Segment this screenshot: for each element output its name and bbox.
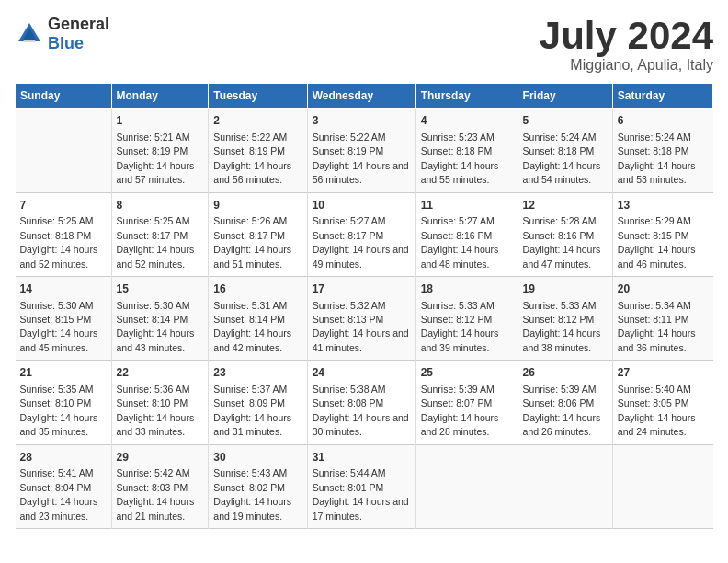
cell-sunrise: Sunrise: 5:29 AM [618, 215, 691, 226]
calendar-cell: 28Sunrise: 5:41 AMSunset: 8:04 PMDayligh… [16, 444, 112, 528]
svg-rect-2 [24, 40, 36, 41]
week-row-2: 7Sunrise: 5:25 AMSunset: 8:18 PMDaylight… [16, 192, 713, 276]
header-cell-sunday: Sunday [16, 84, 112, 109]
day-number: 18 [421, 282, 513, 297]
week-row-1: 1Sunrise: 5:21 AMSunset: 8:19 PMDaylight… [16, 109, 713, 192]
header-cell-saturday: Saturday [612, 84, 712, 109]
header-cell-friday: Friday [518, 84, 612, 109]
cell-sunset: Sunset: 8:16 PM [523, 230, 595, 241]
day-number: 28 [20, 450, 107, 465]
cell-sunrise: Sunrise: 5:36 AM [117, 384, 190, 395]
calendar-cell: 2Sunrise: 5:22 AMSunset: 8:19 PMDaylight… [209, 109, 307, 192]
cell-sunrise: Sunrise: 5:24 AM [618, 132, 691, 143]
cell-sunrise: Sunrise: 5:33 AM [523, 300, 597, 311]
cell-sunrise: Sunrise: 5:34 AM [618, 300, 691, 311]
calendar-cell: 25Sunrise: 5:39 AMSunset: 8:07 PMDayligh… [415, 361, 518, 444]
day-number: 3 [313, 113, 411, 129]
cell-sunset: Sunset: 8:13 PM [313, 314, 384, 325]
day-number: 15 [117, 282, 204, 297]
calendar-cell: 30Sunrise: 5:43 AMSunset: 8:02 PMDayligh… [209, 444, 307, 528]
cell-sunset: Sunset: 8:16 PM [421, 230, 493, 241]
calendar-cell: 5Sunrise: 5:24 AMSunset: 8:18 PMDaylight… [518, 109, 612, 192]
day-number: 30 [213, 450, 301, 465]
cell-daylight: Daylight: 14 hours and 17 minutes. [313, 496, 409, 521]
calendar-cell: 21Sunrise: 5:35 AMSunset: 8:10 PMDayligh… [16, 361, 112, 444]
calendar-cell: 19Sunrise: 5:33 AMSunset: 8:12 PMDayligh… [518, 276, 612, 360]
cell-daylight: Daylight: 14 hours and 45 minutes. [20, 327, 98, 352]
subtitle: Miggiano, Apulia, Italy [540, 57, 713, 74]
calendar-cell: 23Sunrise: 5:37 AMSunset: 8:09 PMDayligh… [209, 361, 307, 444]
cell-sunrise: Sunrise: 5:26 AM [213, 215, 287, 226]
cell-sunset: Sunset: 8:17 PM [313, 230, 384, 241]
day-number: 24 [313, 365, 411, 381]
calendar-cell: 27Sunrise: 5:40 AMSunset: 8:05 PMDayligh… [612, 361, 712, 444]
cell-sunset: Sunset: 8:02 PM [213, 482, 285, 493]
day-number: 17 [313, 282, 411, 297]
cell-daylight: Daylight: 14 hours and 36 minutes. [618, 327, 696, 352]
calendar-cell: 11Sunrise: 5:27 AMSunset: 8:16 PMDayligh… [415, 192, 518, 276]
cell-sunset: Sunset: 8:08 PM [313, 397, 384, 408]
calendar-cell: 8Sunrise: 5:25 AMSunset: 8:17 PMDaylight… [111, 192, 209, 276]
calendar-cell: 18Sunrise: 5:33 AMSunset: 8:12 PMDayligh… [415, 276, 518, 360]
week-row-4: 21Sunrise: 5:35 AMSunset: 8:10 PMDayligh… [16, 361, 713, 444]
cell-daylight: Daylight: 14 hours and 28 minutes. [421, 412, 499, 437]
calendar-cell: 26Sunrise: 5:39 AMSunset: 8:06 PMDayligh… [518, 361, 612, 444]
cell-sunset: Sunset: 8:19 PM [213, 145, 285, 156]
day-number: 21 [20, 365, 107, 381]
header-row: SundayMondayTuesdayWednesdayThursdayFrid… [16, 84, 713, 109]
cell-sunset: Sunset: 8:18 PM [421, 145, 493, 156]
day-number: 12 [523, 198, 608, 213]
week-row-3: 14Sunrise: 5:30 AMSunset: 8:15 PMDayligh… [16, 276, 713, 360]
day-number: 19 [523, 282, 608, 297]
cell-sunrise: Sunrise: 5:25 AM [117, 215, 190, 226]
logo-general: General [48, 15, 109, 33]
cell-sunrise: Sunrise: 5:39 AM [421, 384, 495, 395]
calendar-cell: 6Sunrise: 5:24 AMSunset: 8:18 PMDaylight… [612, 109, 712, 192]
calendar-cell: 4Sunrise: 5:23 AMSunset: 8:18 PMDaylight… [415, 109, 518, 192]
day-number: 8 [117, 198, 204, 213]
day-number: 25 [421, 365, 513, 381]
cell-sunset: Sunset: 8:18 PM [618, 145, 689, 156]
calendar-cell: 31Sunrise: 5:44 AMSunset: 8:01 PMDayligh… [307, 444, 415, 528]
cell-sunrise: Sunrise: 5:22 AM [213, 132, 287, 143]
cell-daylight: Daylight: 14 hours and 48 minutes. [421, 244, 499, 269]
cell-sunrise: Sunrise: 5:40 AM [618, 384, 691, 395]
cell-sunrise: Sunrise: 5:23 AM [421, 132, 495, 143]
day-number: 20 [618, 282, 709, 297]
cell-sunset: Sunset: 8:14 PM [213, 314, 285, 325]
cell-daylight: Daylight: 14 hours and 52 minutes. [117, 244, 195, 269]
cell-daylight: Daylight: 14 hours and 52 minutes. [20, 244, 98, 269]
cell-sunrise: Sunrise: 5:28 AM [523, 215, 597, 226]
cell-daylight: Daylight: 14 hours and 42 minutes. [213, 327, 291, 352]
logo-icon [15, 19, 44, 49]
cell-daylight: Daylight: 14 hours and 54 minutes. [523, 160, 601, 185]
day-number: 10 [313, 198, 411, 213]
cell-sunset: Sunset: 8:18 PM [523, 145, 595, 156]
cell-daylight: Daylight: 14 hours and 19 minutes. [213, 496, 291, 521]
cell-daylight: Daylight: 14 hours and 33 minutes. [117, 412, 195, 437]
calendar-cell: 17Sunrise: 5:32 AMSunset: 8:13 PMDayligh… [307, 276, 415, 360]
day-number: 4 [421, 113, 513, 129]
cell-sunrise: Sunrise: 5:41 AM [20, 467, 94, 478]
day-number: 14 [20, 282, 107, 297]
day-number: 7 [20, 198, 107, 213]
day-number: 9 [213, 198, 301, 213]
day-number: 5 [523, 113, 608, 129]
day-number: 6 [618, 113, 709, 129]
cell-sunset: Sunset: 8:05 PM [618, 397, 689, 408]
calendar-cell: 22Sunrise: 5:36 AMSunset: 8:10 PMDayligh… [111, 361, 209, 444]
cell-sunrise: Sunrise: 5:44 AM [313, 467, 386, 478]
cell-sunrise: Sunrise: 5:43 AM [213, 467, 287, 478]
main-title: July 2024 [540, 15, 713, 57]
logo-blue: Blue [48, 34, 84, 52]
cell-sunrise: Sunrise: 5:32 AM [313, 300, 386, 311]
cell-sunset: Sunset: 8:12 PM [421, 314, 493, 325]
day-number: 2 [213, 113, 301, 129]
cell-sunset: Sunset: 8:15 PM [20, 314, 92, 325]
cell-sunrise: Sunrise: 5:31 AM [213, 300, 287, 311]
header: General Blue July 2024 Miggiano, Apulia,… [15, 15, 713, 74]
cell-daylight: Daylight: 14 hours and 56 minutes. [213, 160, 291, 185]
calendar-cell: 15Sunrise: 5:30 AMSunset: 8:14 PMDayligh… [111, 276, 209, 360]
calendar-cell: 7Sunrise: 5:25 AMSunset: 8:18 PMDaylight… [16, 192, 112, 276]
cell-sunrise: Sunrise: 5:39 AM [523, 384, 597, 395]
